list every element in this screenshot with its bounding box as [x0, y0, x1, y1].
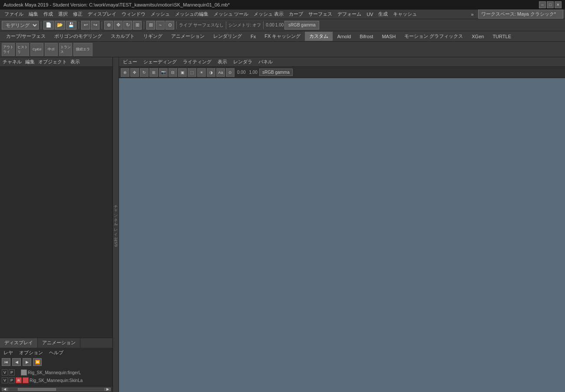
shelf-btn-outliner[interactable]: アウトライ: [2, 43, 15, 56]
mode-dropdown[interactable]: モデリング: [2, 21, 39, 30]
scroll-left[interactable]: ◀: [2, 388, 8, 391]
tab-sculpt[interactable]: スカルプト: [106, 32, 139, 41]
tab-animation[interactable]: アニメーション: [167, 32, 209, 41]
minimize-button[interactable]: ─: [539, 1, 546, 8]
tab-xgen[interactable]: XGen: [467, 33, 488, 40]
redo-button[interactable]: ↪: [91, 21, 99, 30]
workspace-dropdown[interactable]: ワークスペース: Maya クラシック*: [478, 10, 563, 19]
menu-generate[interactable]: 生成: [376, 10, 390, 18]
vp-lighting-menu[interactable]: ライティング: [181, 58, 214, 66]
select-tool[interactable]: ⊕: [104, 21, 113, 30]
menu-create[interactable]: 作成: [41, 10, 56, 18]
tab-fx[interactable]: Fx: [246, 33, 260, 40]
play-forward-button[interactable]: ⏩: [33, 358, 42, 366]
vis-p1[interactable]: P: [9, 377, 15, 383]
shelf-btn-history[interactable]: ヒストリ: [16, 43, 29, 56]
vp-icon-light[interactable]: ☀: [197, 68, 206, 77]
menu-mesh-tools[interactable]: メッシュ ツール: [211, 10, 251, 18]
menu-modify[interactable]: 修正: [70, 10, 85, 18]
menu-mesh-display[interactable]: メッシュ 表示: [251, 10, 286, 18]
separator3: [102, 21, 102, 29]
tab-fx-caching[interactable]: FX キャッシング: [260, 32, 305, 41]
shelf-btn-center[interactable]: 中ポ: [45, 43, 58, 56]
tab-arnold[interactable]: Arnold: [333, 33, 355, 40]
scroll-thumb[interactable]: [18, 388, 56, 391]
vp-icon-smooth[interactable]: ▣: [178, 68, 187, 77]
tab-curves[interactable]: カーブ/サーフェス: [2, 32, 50, 41]
vp-icon-aa[interactable]: Aa: [216, 68, 225, 77]
tab-custom[interactable]: カスタム: [305, 32, 333, 41]
vis-p0[interactable]: P: [9, 369, 15, 376]
menu-edit[interactable]: 編集: [26, 10, 41, 18]
show-menu[interactable]: 表示: [70, 59, 80, 65]
edit-menu[interactable]: 編集: [25, 59, 35, 65]
close-button[interactable]: ✕: [555, 1, 562, 8]
vp-shading-menu[interactable]: シェーディング: [141, 58, 179, 66]
tab-polygon[interactable]: ポリゴンのモデリング: [50, 32, 106, 41]
help-menu[interactable]: ヘルプ: [47, 349, 65, 357]
vp-icon-move[interactable]: ✥: [130, 68, 139, 77]
vp-icon-select[interactable]: ⊕: [121, 68, 129, 77]
menu-mesh-edit[interactable]: メッシュの編集: [172, 10, 211, 18]
save-file-button[interactable]: 💾: [66, 21, 76, 30]
menu-surfaces[interactable]: サーフェス: [306, 10, 335, 18]
menu-window[interactable]: ウィンドウ: [119, 10, 148, 18]
prev-key-button[interactable]: ◀: [12, 358, 21, 366]
option-menu[interactable]: オプション: [17, 349, 45, 357]
shelf-btn-connection[interactable]: 接続エラ: [73, 43, 93, 56]
display-tab[interactable]: ディスプレイ: [0, 338, 38, 348]
vp-icon-wireframe[interactable]: ⊟: [169, 68, 177, 77]
vp-icon-shadow[interactable]: ◑: [207, 68, 215, 77]
vis-flag1[interactable]: R: [16, 377, 22, 383]
vp-icon-camera[interactable]: 📷: [159, 68, 168, 77]
maximize-button[interactable]: □: [547, 1, 554, 8]
tab-rendering[interactable]: レンダリング: [209, 32, 246, 41]
scroll-right[interactable]: ▶: [105, 388, 111, 391]
snap-point[interactable]: ⊙: [165, 21, 174, 30]
object-menu[interactable]: オブジェクト: [38, 59, 67, 65]
vp-icon-isolate[interactable]: ⊙: [226, 68, 235, 77]
tab-bifrost[interactable]: Bifrost: [355, 33, 377, 40]
undo-button[interactable]: ↩: [81, 21, 90, 30]
vp-icon-scale[interactable]: ⊞: [149, 68, 158, 77]
menu-curves[interactable]: カーブ: [286, 10, 306, 18]
horizontal-scrollbar[interactable]: ◀ ▶: [0, 386, 112, 392]
vis-flag0[interactable]: [16, 369, 20, 376]
open-file-button[interactable]: 📂: [55, 21, 65, 30]
vp-icon-texture[interactable]: ⬚: [188, 68, 196, 77]
vp-icon-rotate[interactable]: ↻: [140, 68, 149, 77]
menu-cache[interactable]: キャッシュ: [390, 10, 420, 18]
snap-grid[interactable]: ⊞: [146, 21, 155, 30]
vp-show-menu[interactable]: 表示: [215, 58, 229, 66]
rotate-tool[interactable]: ↻: [123, 21, 132, 30]
vp-view-menu[interactable]: ビュー: [121, 58, 139, 66]
snap-curve[interactable]: ~: [156, 21, 165, 30]
menu-select[interactable]: 選択: [56, 10, 70, 18]
menu-file[interactable]: ファイル: [2, 10, 26, 18]
menu-display[interactable]: ディスプレイ: [85, 10, 119, 18]
new-file-button[interactable]: 📄: [43, 21, 54, 30]
shelf-btn-transform[interactable]: トランス: [59, 43, 72, 56]
prev-frame-button[interactable]: ⏮: [2, 358, 10, 366]
vis-v0[interactable]: V: [2, 369, 8, 376]
menu-uv[interactable]: UV: [364, 11, 376, 18]
colorspace-button[interactable]: sRGB gamma: [284, 21, 319, 30]
play-back-button[interactable]: ▶: [23, 358, 31, 366]
menu-mesh[interactable]: メッシュ: [148, 10, 172, 18]
animation-tab[interactable]: アニメーション: [38, 338, 80, 348]
scale-tool[interactable]: ⊞: [133, 21, 142, 30]
tab-turtle[interactable]: TURTLE: [488, 33, 515, 40]
vp-renderer-menu[interactable]: レンダラ: [231, 58, 254, 66]
vp-colorspace[interactable]: sRGB gamma: [259, 69, 293, 76]
tab-mash[interactable]: MASH: [377, 33, 400, 40]
vis-v1[interactable]: V: [2, 377, 8, 383]
channel-menu[interactable]: チャネル: [3, 59, 22, 65]
scroll-track[interactable]: [8, 388, 105, 391]
move-tool[interactable]: ✥: [114, 21, 122, 30]
vp-panel-menu[interactable]: パネル: [256, 58, 275, 66]
tab-motion-graphics[interactable]: モーション グラフィックス: [400, 32, 467, 41]
layer-menu[interactable]: レヤ: [2, 349, 15, 357]
shelf-btn-cped[interactable]: CpEd: [30, 43, 43, 56]
menu-deform[interactable]: デフォーム: [335, 10, 364, 18]
tab-rigging[interactable]: リギング: [139, 32, 167, 41]
